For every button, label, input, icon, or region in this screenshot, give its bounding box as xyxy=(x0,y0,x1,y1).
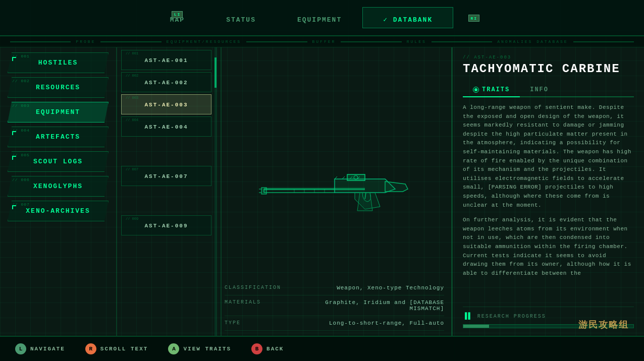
sidebar-item-resources[interactable]: // 002 RESOURCES xyxy=(8,77,109,98)
list-item-num-7: // 007 xyxy=(126,167,138,171)
action-navigate[interactable]: L NAVIGATE xyxy=(15,343,65,354)
tab-info-label: INFO xyxy=(530,86,549,93)
list-item-ast-ae-007[interactable]: // 007 AST-AE-007 xyxy=(121,166,211,186)
deco-line-4 xyxy=(341,41,401,42)
sidebar-label-resources: RESOURCES xyxy=(18,84,98,91)
item-list-panel: // 001 AST-AE-001 // 002 AST-AE-002 // 0… xyxy=(116,47,217,336)
tab-ri[interactable]: RI xyxy=(453,11,495,24)
deco-line-6 xyxy=(573,41,634,42)
sidebar-num-artefacts: // 004 xyxy=(12,128,30,133)
watermark: 游民攻略组 xyxy=(578,319,629,331)
top-decorative-bar: PROBE EQUIPMENT/RESOURCES BUFFER RULES A… xyxy=(0,36,644,47)
sidebar-item-hostiles[interactable]: // 001 HOSTILES xyxy=(8,52,109,73)
stat-value-classification: Weapon, Xeno-type Technology xyxy=(300,285,444,291)
action-scroll-text[interactable]: R SCROLL TEXT xyxy=(85,343,148,354)
top-navigation: LI MAP STATUS EQUIPMENT ✓ DATABANK RI xyxy=(0,0,644,36)
tab-label-databank: ✓ DATABANK xyxy=(383,16,433,24)
category-sidebar: // 001 HOSTILES // 002 RESOURCES // 003 … xyxy=(0,47,116,336)
sidebar-item-xenoglyphs[interactable]: // 006 XENOGLYPHS xyxy=(8,176,109,197)
tab-key-li: LI xyxy=(172,11,183,18)
list-item-num-4: // 004 xyxy=(126,118,138,122)
sidebar-num-hostiles: // 001 xyxy=(12,54,30,58)
sidebar-num-equipment: // 003 xyxy=(12,103,30,108)
sidebar-num-xeno-archives: // 007 xyxy=(12,202,30,207)
list-item-ast-ae-003[interactable]: // 003 AST-AE-003 xyxy=(121,94,211,114)
traits-icon xyxy=(473,87,479,93)
weapon-display-panel: CLASSIFICATION Weapon, Xeno-type Technol… xyxy=(217,47,452,336)
deco-text-2: EQUIPMENT/RESOURCES xyxy=(167,39,241,44)
stat-row-materials: MATERIALS Graphite, Iridium and [DATABAS… xyxy=(225,295,444,316)
deco-text-5: ANOMALIES DATABASE xyxy=(497,39,568,44)
tab-status[interactable]: STATUS xyxy=(205,8,277,28)
list-item-ast-ae-004[interactable]: // 004 AST-AE-004 xyxy=(121,116,211,137)
stat-value-materials: Graphite, Iridium and [DATABASE MISMATCH… xyxy=(300,299,444,312)
sidebar-item-equipment[interactable]: // 003 EQUIPMENT xyxy=(8,102,109,123)
info-tab-bar: TRAITS INFO xyxy=(463,83,634,97)
bottom-action-bar: L NAVIGATE R SCROLL TEXT A VIEW TRAITS B… xyxy=(0,336,644,361)
list-item-num-2: // 002 xyxy=(126,74,138,78)
sidebar-label-xenoglyphs: XENOGLYPHS xyxy=(18,183,98,190)
list-item-num-3: // 003 xyxy=(126,96,138,100)
research-icon: ▐▌ xyxy=(463,312,473,320)
list-item-ast-ae-009[interactable]: // 009 AST-AE-009 xyxy=(121,215,211,235)
sidebar-num-xenoglyphs: // 006 xyxy=(12,177,30,182)
deco-text-3: BUFFER xyxy=(312,39,336,44)
scroll-thumb xyxy=(214,57,217,88)
tab-equipment[interactable]: EQUIPMENT xyxy=(277,8,362,28)
stat-key-type: TYPE xyxy=(225,320,290,326)
sidebar-num-scout-logs: // 005 xyxy=(12,153,30,157)
weapon-image-area xyxy=(249,121,420,262)
action-label-back: BACK xyxy=(266,346,284,352)
scroll-indicator xyxy=(214,47,217,336)
description-paragraph-2: On further analysis, it is evident that … xyxy=(463,216,634,278)
sidebar-item-xeno-archives[interactable]: // 007 XENO-ARCHIVES xyxy=(8,201,109,221)
deco-line-2 xyxy=(100,41,161,42)
list-item-num-1: // 001 xyxy=(126,51,138,55)
deco-text-4: RULES xyxy=(407,39,426,44)
research-label-text: RESEARCH PROGRESS xyxy=(477,314,546,319)
sidebar-label-scout-logs: SCOUT LOGS xyxy=(18,158,98,165)
action-label-scroll: SCROLL TEXT xyxy=(100,346,148,352)
list-gap xyxy=(121,139,211,164)
list-item-label-7: AST-AE-007 xyxy=(144,173,188,179)
action-view-traits[interactable]: A VIEW TRAITS xyxy=(168,343,231,354)
sidebar-label-artefacts: ARTEFACTS xyxy=(18,133,98,141)
deco-line-1 xyxy=(10,41,71,42)
tab-databank[interactable]: ✓ DATABANK xyxy=(362,7,453,28)
list-item-ast-ae-001[interactable]: // 001 AST-AE-001 xyxy=(121,50,211,70)
list-item-label-4: AST-AE-004 xyxy=(144,124,188,130)
sidebar-item-artefacts[interactable]: // 004 ARTEFACTS xyxy=(8,127,109,147)
list-item-label-9: AST-AE-009 xyxy=(144,223,188,229)
tab-key-ri: RI xyxy=(468,15,479,22)
research-progress-fill xyxy=(463,325,489,328)
description-paragraph-1: A long-range weapon of sentient make. De… xyxy=(463,103,634,210)
tab-traits-label: TRAITS xyxy=(482,86,510,93)
action-back[interactable]: B BACK xyxy=(251,343,284,354)
weapon-stats: CLASSIFICATION Weapon, Xeno-type Technol… xyxy=(225,281,444,331)
tab-label-equipment: EQUIPMENT xyxy=(297,16,342,24)
weapon-image xyxy=(254,151,415,232)
list-item-label-2: AST-AE-002 xyxy=(144,80,188,86)
tab-map[interactable]: LI MAP xyxy=(149,8,205,28)
tab-traits[interactable]: TRAITS xyxy=(463,83,520,97)
sidebar-num-resources: // 002 xyxy=(12,79,30,83)
tab-label-status: STATUS xyxy=(226,16,256,24)
deco-line-5 xyxy=(432,41,492,42)
item-description: A long-range weapon of sentient make. De… xyxy=(463,103,634,307)
sidebar-label-xeno-archives: XENO-ARCHIVES xyxy=(18,207,98,215)
stat-key-materials: MATERIALS xyxy=(225,299,290,305)
key-a: A xyxy=(168,343,179,354)
item-title: TACHYOMATIC CARBINE xyxy=(463,62,634,76)
deco-text-1: PROBE xyxy=(76,39,95,44)
stat-row-type: TYPE Long-to-short-range, Full-auto xyxy=(225,316,444,331)
list-item-num-9: // 009 xyxy=(126,217,138,221)
sidebar-item-scout-logs[interactable]: // 005 SCOUT LOGS xyxy=(8,151,109,172)
tab-info[interactable]: INFO xyxy=(520,83,559,96)
stat-row-classification: CLASSIFICATION Weapon, Xeno-type Technol… xyxy=(225,281,444,295)
list-item-label-3: AST-AE-003 xyxy=(144,102,188,108)
list-item-label-1: AST-AE-001 xyxy=(144,57,188,64)
item-code: // AST-AE-003 xyxy=(463,55,634,60)
right-info-panel: // AST-AE-003 TACHYOMATIC CARBINE TRAITS… xyxy=(452,47,644,336)
list-item-ast-ae-002[interactable]: // 002 AST-AE-002 xyxy=(121,72,211,92)
sidebar-label-equipment: EQUIPMENT xyxy=(18,108,98,116)
